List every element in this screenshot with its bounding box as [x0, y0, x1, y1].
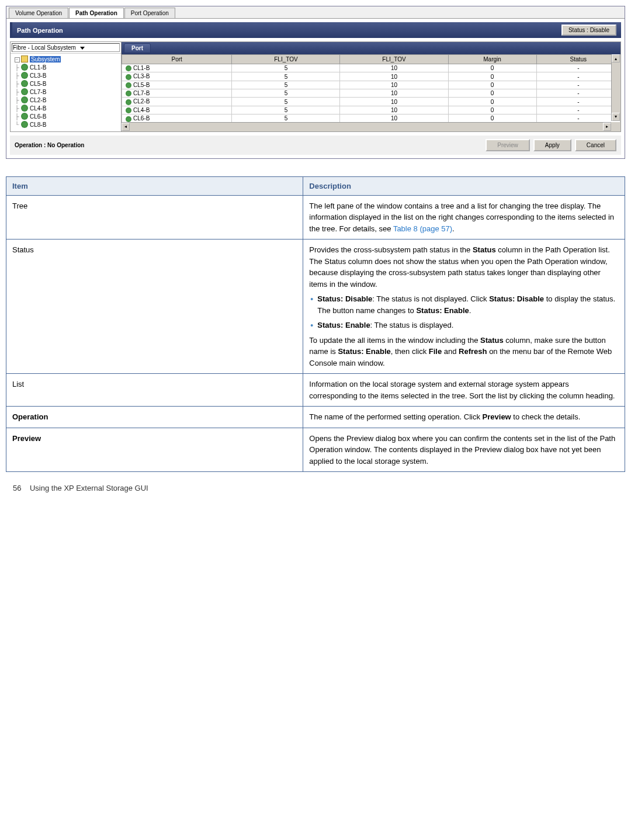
table-row: Tree The left pane of the window contain…	[6, 195, 625, 239]
tree-item[interactable]: ├CL7-B	[12, 88, 120, 96]
port-icon	[21, 72, 28, 79]
tree-item[interactable]: ├CL2-B	[12, 96, 120, 104]
cell: 0	[448, 89, 536, 98]
tree-item[interactable]: ├CL6-B	[12, 112, 120, 120]
table-row[interactable]: CL5-B5100-	[122, 81, 620, 89]
subsystem-dropdown[interactable]: Fibre - Local Subsystem	[12, 43, 120, 52]
cell: 10	[340, 114, 448, 123]
item-name: Status	[6, 239, 303, 374]
tree-item-label: CL2-B	[30, 97, 46, 103]
tree: −Subsystem├CL1-B├CL3-B├CL5-B├CL7-B├CL2-B…	[11, 54, 121, 130]
port-cell: CL4-B	[122, 106, 232, 114]
scroll-right-icon[interactable]: ▸	[603, 123, 611, 131]
item-desc: Provides the cross-subsystem path status…	[303, 239, 625, 374]
tab-port-operation[interactable]: Port Operation	[124, 8, 175, 18]
tree-item[interactable]: └CL8-B	[12, 120, 120, 129]
port-cell: CL1-B	[122, 64, 232, 72]
table-row[interactable]: CL2-B5100-	[122, 98, 620, 106]
port-cell: CL3-B	[122, 72, 232, 81]
cancel-button[interactable]: Cancel	[575, 139, 616, 151]
vertical-scrollbar[interactable]: ▴ ▾	[611, 54, 620, 121]
tree-root-label: Subsystem	[30, 56, 61, 63]
cell: 5	[232, 106, 340, 114]
bottom-bar: Operation : No Operation Preview Apply C…	[10, 136, 621, 155]
cell: 5	[232, 89, 340, 98]
item-name: List	[6, 374, 303, 407]
table-row[interactable]: CL1-B5100-	[122, 64, 620, 72]
cell: -	[536, 106, 620, 114]
tree-item-label: CL6-B	[30, 113, 46, 120]
top-tabs: Volume Operation Path Operation Port Ope…	[6, 6, 625, 19]
item-name: Preview	[6, 428, 303, 472]
port-icon	[126, 82, 131, 88]
panel-header: Path Operation Status : Disable	[10, 22, 621, 38]
tree-item-label: CL8-B	[30, 122, 46, 128]
cell: 5	[232, 64, 340, 72]
apply-button[interactable]: Apply	[533, 139, 571, 151]
main-content: Fibre - Local Subsystem −Subsystem├CL1-B…	[10, 41, 621, 132]
cell: -	[536, 72, 620, 81]
item-name: Operation	[6, 407, 303, 428]
cell: -	[536, 81, 620, 89]
table-row: Status Provides the cross-subsystem path…	[6, 239, 625, 374]
column-header[interactable]: FLI_TOV	[232, 55, 340, 64]
column-header[interactable]: Margin	[448, 55, 536, 64]
tab-path-operation[interactable]: Path Operation	[69, 8, 124, 18]
cell: 0	[448, 106, 536, 114]
left-panel: Fibre - Local Subsystem −Subsystem├CL1-B…	[11, 42, 122, 131]
tree-root-item[interactable]: −Subsystem	[12, 55, 120, 63]
tree-item[interactable]: ├CL1-B	[12, 63, 120, 71]
data-grid: PortFLI_TOVFLI_TOVMarginStatus CL1-B5100…	[122, 54, 620, 131]
page-number: 56	[13, 484, 21, 492]
table-link[interactable]: Table 8 (page 57)	[393, 224, 452, 233]
footer-label: Using the XP External Storage GUI	[30, 484, 148, 492]
right-panel: Port PortFLI_TOVFLI_TOVMarginStatus CL1-…	[122, 42, 620, 131]
item-desc: Information on the local storage system …	[303, 374, 625, 407]
scroll-up-icon[interactable]: ▴	[612, 54, 620, 63]
tree-item[interactable]: ├CL4-B	[12, 104, 120, 112]
table-row: Operation The name of the performed sett…	[6, 407, 625, 428]
horizontal-scrollbar[interactable]: ◂ ▸	[122, 122, 611, 131]
port-icon	[21, 80, 28, 87]
port-cell: CL5-B	[122, 81, 232, 89]
cell: 10	[340, 89, 448, 98]
tree-item-label: CL3-B	[30, 72, 46, 79]
tree-item[interactable]: ├CL3-B	[12, 71, 120, 79]
table-row[interactable]: CL7-B5100-	[122, 89, 620, 98]
description-table: Item Description Tree The left pane of t…	[6, 176, 625, 473]
cell: 0	[448, 72, 536, 81]
scroll-left-icon[interactable]: ◂	[122, 123, 130, 131]
preview-button[interactable]: Preview	[486, 139, 530, 151]
folder-icon	[21, 55, 28, 63]
tree-item[interactable]: ├CL5-B	[12, 79, 120, 88]
cell: 5	[232, 81, 340, 89]
item-desc: The left pane of the window contains a t…	[303, 195, 625, 239]
panel-title: Path Operation	[17, 27, 63, 34]
column-header[interactable]: Port	[122, 55, 232, 64]
item-name: Tree	[6, 195, 303, 239]
port-subtab[interactable]: Port	[124, 43, 151, 53]
port-icon	[21, 64, 28, 71]
port-cell: CL2-B	[122, 98, 232, 106]
column-header[interactable]: Status	[536, 55, 620, 64]
status-toggle-button[interactable]: Status : Disable	[561, 25, 616, 36]
page-footer: 56 Using the XP External Storage GUI	[6, 472, 625, 504]
column-header[interactable]: FLI_TOV	[340, 55, 448, 64]
tab-volume-operation[interactable]: Volume Operation	[9, 8, 68, 18]
tree-item-label: CL7-B	[30, 89, 46, 95]
table-row[interactable]: CL6-B5100-	[122, 114, 620, 123]
col-description: Description	[303, 176, 625, 195]
port-icon	[126, 65, 131, 71]
path-operation-window: Volume Operation Path Operation Port Ope…	[6, 6, 625, 159]
port-table: PortFLI_TOVFLI_TOVMarginStatus CL1-B5100…	[122, 54, 620, 131]
cell: 10	[340, 64, 448, 72]
port-icon	[126, 99, 131, 105]
cell: 0	[448, 64, 536, 72]
table-row[interactable]: CL4-B5100-	[122, 106, 620, 114]
scroll-down-icon[interactable]: ▾	[612, 113, 620, 121]
scroll-corner	[611, 122, 620, 131]
port-icon	[21, 88, 28, 95]
port-icon	[126, 116, 131, 122]
cell: 5	[232, 72, 340, 81]
table-row[interactable]: CL3-B5100-	[122, 72, 620, 81]
